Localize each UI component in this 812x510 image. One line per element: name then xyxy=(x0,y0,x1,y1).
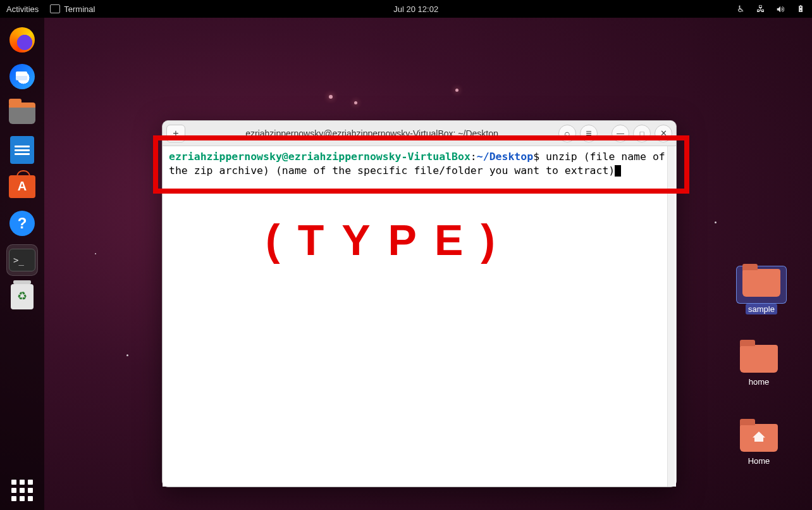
hamburger-icon: ≡ xyxy=(586,128,591,139)
dock-help[interactable]: ? xyxy=(6,208,38,239)
accessibility-icon[interactable]: ♿︎ xyxy=(737,4,745,14)
top-bar: Activities Terminal Jul 20 12:02 ♿︎ 🖧︎ 🔊… xyxy=(0,0,812,18)
help-icon: ? xyxy=(9,211,35,236)
volume-icon[interactable]: 🔊︎ xyxy=(777,4,785,14)
terminal-window: + ezriahzippernowsky@ezriahzippernowsky-… xyxy=(162,120,677,487)
search-icon: ⌕ xyxy=(564,128,570,139)
maximize-icon: □ xyxy=(640,130,644,137)
show-applications-button[interactable] xyxy=(11,480,33,501)
firefox-icon xyxy=(9,27,35,53)
prompt-user-host: ezriahzippernowsky@ezriahzippernowsky-Vi… xyxy=(169,151,471,163)
dock-terminal[interactable]: >_ xyxy=(6,244,38,276)
dock-software[interactable] xyxy=(6,171,38,202)
close-button[interactable]: ✕ xyxy=(655,125,672,142)
minimize-icon: — xyxy=(617,129,624,138)
folder-icon xyxy=(740,345,778,373)
window-title: ezriahzippernowsky@ezriahzippernowsky-Vi… xyxy=(189,128,555,139)
battery-icon[interactable]: 🔋︎ xyxy=(797,4,806,14)
titlebar[interactable]: + ezriahzippernowsky@ezriahzippernowsky-… xyxy=(163,121,676,146)
active-app-indicator[interactable]: Terminal xyxy=(50,4,95,14)
terminal-body[interactable]: ezriahzippernowsky@ezriahzippernowsky-Vi… xyxy=(163,146,676,487)
writer-icon xyxy=(10,136,34,164)
active-app-name: Terminal xyxy=(64,4,95,14)
close-icon: ✕ xyxy=(660,128,667,138)
terminal-scrollbar[interactable] xyxy=(667,146,675,487)
desktop-icon-label: home xyxy=(746,376,772,387)
desktop-icon-label: Home xyxy=(746,456,773,466)
dock-firefox[interactable] xyxy=(6,24,38,56)
prompt-path: ~/Desktop xyxy=(477,151,533,163)
plus-icon: + xyxy=(173,128,178,139)
dock-thunderbird[interactable] xyxy=(6,61,38,92)
menu-button[interactable]: ≡ xyxy=(580,125,598,142)
files-icon xyxy=(9,103,35,124)
maximize-button[interactable]: □ xyxy=(633,125,651,142)
desktop-icon-home-place[interactable]: Home xyxy=(734,424,784,466)
desktop-icon-sample[interactable]: sample xyxy=(736,266,787,314)
prompt-symbol: $ xyxy=(533,151,539,163)
folder-icon xyxy=(742,269,780,297)
desktop-icon-label: sample xyxy=(746,304,777,314)
new-tab-button[interactable]: + xyxy=(166,125,185,142)
network-icon[interactable]: 🖧︎ xyxy=(756,4,765,14)
dock-files[interactable] xyxy=(6,97,38,129)
terminal-small-icon xyxy=(50,4,60,13)
activities-button[interactable]: Activities xyxy=(6,4,39,14)
dock-trash[interactable] xyxy=(6,281,38,313)
cursor xyxy=(615,165,621,177)
clock[interactable]: Jul 20 12:02 xyxy=(393,4,438,14)
dock-writer[interactable] xyxy=(6,134,38,166)
home-folder-icon xyxy=(740,424,778,452)
prompt-sep: : xyxy=(471,151,477,163)
search-button[interactable]: ⌕ xyxy=(558,125,576,142)
terminal-icon: >_ xyxy=(9,249,35,271)
dock: ? >_ xyxy=(0,18,44,510)
desktop-icon-home-folder[interactable]: home xyxy=(734,345,784,387)
trash-icon xyxy=(11,284,34,309)
thunderbird-icon xyxy=(9,64,35,89)
minimize-button[interactable]: — xyxy=(612,125,629,142)
software-icon xyxy=(9,175,35,198)
